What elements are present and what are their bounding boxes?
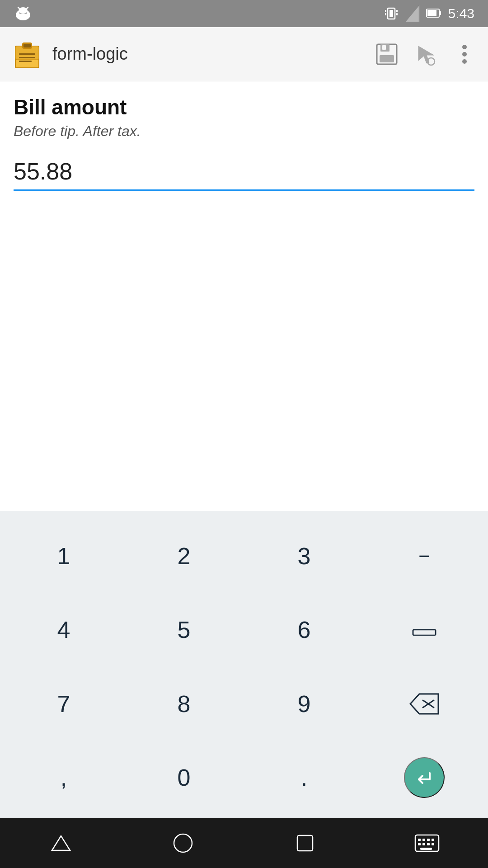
key-1[interactable]: 1: [5, 520, 123, 592]
nav-bar: [0, 818, 488, 868]
svg-rect-19: [427, 10, 436, 16]
keyboard-row-1: 1 2 3 −: [5, 520, 483, 592]
key-2[interactable]: 2: [125, 520, 243, 592]
svg-rect-53: [432, 843, 434, 845]
svg-rect-54: [420, 848, 432, 850]
svg-marker-15: [406, 5, 419, 22]
svg-point-43: [174, 834, 192, 852]
svg-rect-49: [432, 839, 434, 841]
key-3[interactable]: 3: [245, 520, 363, 592]
key-4[interactable]: 4: [5, 594, 123, 666]
svg-point-35: [462, 52, 467, 57]
svg-rect-10: [389, 10, 393, 17]
svg-rect-46: [418, 839, 421, 841]
svg-rect-51: [422, 843, 425, 845]
svg-rect-11: [385, 10, 386, 12]
key-period[interactable]: .: [245, 742, 363, 814]
keyboard-row-2: 4 5 6: [5, 594, 483, 666]
svg-rect-31: [382, 45, 386, 50]
svg-rect-26: [19, 57, 35, 58]
key-6[interactable]: 6: [245, 594, 363, 666]
svg-rect-12: [385, 13, 386, 15]
key-5[interactable]: 5: [125, 594, 243, 666]
nav-home-button[interactable]: [165, 825, 201, 861]
svg-rect-52: [427, 843, 430, 845]
svg-rect-1: [17, 12, 19, 17]
nav-back-button[interactable]: [43, 825, 79, 861]
bill-amount-input[interactable]: 55.88: [14, 153, 474, 191]
svg-rect-13: [396, 10, 398, 12]
svg-rect-30: [380, 55, 394, 62]
svg-rect-18: [439, 11, 441, 15]
status-time: 5:43: [448, 6, 474, 21]
keyboard: 1 2 3 − 4 5 6 7 8 9: [0, 511, 488, 818]
svg-rect-14: [396, 13, 398, 15]
key-minus[interactable]: −: [365, 520, 483, 592]
cursor-button[interactable]: [413, 42, 438, 67]
app-bar: form-logic: [0, 27, 488, 81]
keyboard-row-3: 7 8 9: [5, 668, 483, 740]
svg-rect-47: [422, 839, 425, 841]
field-hint: Before tip. After tax.: [14, 123, 474, 140]
save-button[interactable]: [374, 42, 399, 67]
svg-point-8: [19, 7, 28, 14]
nav-keyboard-button[interactable]: [409, 825, 445, 861]
svg-marker-42: [52, 836, 70, 850]
field-label: Bill amount: [14, 95, 474, 119]
status-bar: 5:43: [0, 0, 488, 27]
svg-point-34: [462, 45, 467, 49]
svg-marker-32: [418, 46, 434, 63]
svg-rect-44: [297, 835, 313, 851]
key-space[interactable]: [365, 594, 483, 666]
svg-rect-27: [19, 61, 32, 62]
android-status-icon: [14, 3, 33, 24]
key-8[interactable]: 8: [125, 668, 243, 740]
svg-rect-24: [23, 44, 31, 47]
key-comma[interactable]: ,: [5, 742, 123, 814]
svg-rect-48: [427, 839, 430, 841]
key-9[interactable]: 9: [245, 668, 363, 740]
app-icon: [11, 38, 43, 71]
input-value: 55.88: [14, 158, 72, 184]
app-bar-actions: [374, 42, 477, 67]
svg-rect-25: [19, 53, 35, 55]
status-icons: 5:43: [383, 5, 474, 22]
nav-recents-button[interactable]: [287, 825, 323, 861]
svg-rect-50: [418, 843, 421, 845]
keyboard-row-4: , 0 .: [5, 742, 483, 814]
svg-point-36: [462, 59, 467, 64]
key-backspace[interactable]: [365, 668, 483, 740]
app-title: form-logic: [52, 44, 374, 64]
more-button[interactable]: [452, 42, 477, 67]
content-area: Bill amount Before tip. After tax. 55.88: [0, 81, 488, 511]
key-7[interactable]: 7: [5, 668, 123, 740]
key-0[interactable]: 0: [125, 742, 243, 814]
svg-rect-2: [27, 12, 29, 17]
key-enter[interactable]: [404, 757, 445, 798]
svg-rect-37: [413, 630, 436, 635]
